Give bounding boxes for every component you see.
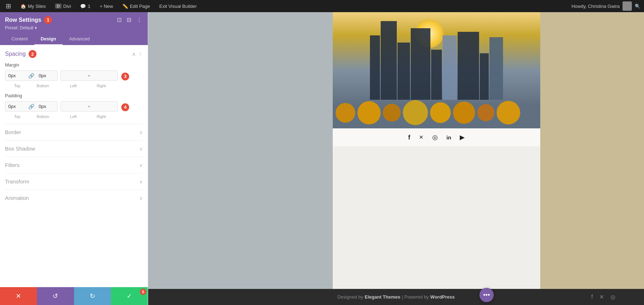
tab-advanced[interactable]: Advanced <box>63 33 96 45</box>
my-sites-label: My Sites <box>28 4 46 9</box>
admin-bar: ⊞ 🏠 My Sites D Divi 💬 1 + New ✏️ Edit Pa… <box>0 0 644 12</box>
tan-panel <box>540 12 644 289</box>
box-shadow-section[interactable]: Box Shadow ∨ <box>5 140 143 157</box>
building-4 <box>411 28 430 100</box>
fab-button[interactable]: ••• <box>479 288 494 302</box>
spacing-title-row: Spacing 2 <box>5 50 36 58</box>
divi-btn[interactable]: D Divi <box>53 0 73 12</box>
filters-section[interactable]: Filters ∨ <box>5 157 143 173</box>
padding-bottom-label: Bottom <box>29 114 57 119</box>
wp-icon: ⊞ <box>6 2 11 10</box>
edit-page-label: Edit Page <box>130 4 150 9</box>
building-2 <box>381 21 397 100</box>
building-1 <box>370 35 380 100</box>
footer-wordpress[interactable]: WordPress <box>430 294 455 300</box>
filters-chevron-icon: ∨ <box>139 162 143 168</box>
padding-label: Padding <box>5 93 143 98</box>
animation-title: Animation <box>5 195 29 201</box>
tree-2 <box>357 101 381 124</box>
gray-panel <box>148 12 333 289</box>
search-icon[interactable]: 🔍 <box>635 4 640 9</box>
building-8 <box>480 53 489 100</box>
panel-menu-icon[interactable]: ⋮ <box>136 16 143 24</box>
comments-count: 1 <box>88 4 90 9</box>
box-shadow-title: Box Shadow <box>5 146 35 152</box>
margin-labels: Top Bottom Left Right <box>5 84 143 88</box>
padding-bottom-input[interactable] <box>36 102 57 111</box>
tree-1 <box>336 103 355 123</box>
social-instagram-icon[interactable]: ◎ <box>432 133 438 141</box>
preview-social-bar: f ✕ ◎ in ▶ <box>333 128 540 146</box>
save-icon: ✓ <box>127 292 132 300</box>
border-section[interactable]: Border ∨ <box>5 124 143 140</box>
animation-chevron-icon: ∨ <box>139 195 143 201</box>
margin-right-input[interactable] <box>92 71 117 80</box>
margin-right-label: Right <box>87 84 115 88</box>
undo-button[interactable]: ↺ <box>37 287 74 305</box>
border-title: Border <box>5 129 21 135</box>
tree-8 <box>497 101 520 124</box>
social-facebook-icon[interactable]: f <box>408 134 410 141</box>
save-button[interactable]: ✓ 5 <box>111 287 148 305</box>
tree-6 <box>453 102 475 124</box>
social-linkedin-icon[interactable]: in <box>447 134 451 141</box>
footer-twitter-icon[interactable]: ✕ <box>599 294 604 300</box>
cancel-button[interactable]: ✕ <box>0 287 37 305</box>
step5-badge: 5 <box>140 289 146 295</box>
spacing-section-header: Spacing 2 ∧ ⋮ <box>5 50 143 58</box>
animation-section[interactable]: Animation ∨ <box>5 190 143 206</box>
new-label: + New <box>100 4 113 9</box>
comments-btn[interactable]: 💬 1 <box>78 0 92 12</box>
buildings-layer <box>370 21 503 100</box>
padding-link-icon[interactable]: 🔗 <box>27 104 36 109</box>
margin-inputs: 🔗 ⚭ <box>5 70 118 81</box>
panel-body: Spacing 2 ∧ ⋮ Margin 🔗 <box>0 45 148 287</box>
footer-elegant-themes[interactable]: Elegant Themes <box>365 294 400 300</box>
panel-header: Row Settings 1 ⊡ ⊟ ⋮ Preset: Default ▾ C… <box>0 12 148 45</box>
padding-unlink-icon[interactable]: ⚭ <box>86 104 92 109</box>
wp-logo-btn[interactable]: ⊞ <box>4 0 13 12</box>
step1-badge: 1 <box>44 16 52 24</box>
margin-link-icon[interactable]: 🔗 <box>27 73 36 79</box>
spacing-more-btn[interactable]: ⋮ <box>138 51 143 57</box>
undo-icon: ↺ <box>53 292 58 300</box>
social-twitter-icon[interactable]: ✕ <box>419 134 424 141</box>
transform-section[interactable]: Transform ∨ <box>5 173 143 190</box>
site-footer: Designed by Elegant Themes | Powered by … <box>148 289 644 305</box>
footer-instagram-icon[interactable]: ◎ <box>610 294 615 300</box>
panel-preset: Preset: Default ▾ <box>5 25 143 30</box>
padding-left-label: Left <box>59 114 87 119</box>
main-layout: Row Settings 1 ⊡ ⊟ ⋮ Preset: Default ▾ C… <box>0 12 644 305</box>
edit-page-btn[interactable]: ✏️ Edit Page <box>120 0 152 12</box>
padding-top-input[interactable] <box>5 102 27 111</box>
redo-button[interactable]: ↻ <box>74 287 111 305</box>
margin-bottom-input[interactable] <box>36 71 57 80</box>
panel-layout-icon[interactable]: ⊟ <box>126 16 132 24</box>
footer-designed-by: Designed by <box>337 294 363 300</box>
tree-3 <box>383 104 401 122</box>
exit-builder-btn[interactable]: Exit Visual Builder <box>157 0 199 12</box>
padding-inputs: 🔗 ⚭ <box>5 101 118 112</box>
panel-close-icon[interactable]: ⊡ <box>116 16 122 24</box>
left-panel: Row Settings 1 ⊡ ⊟ ⋮ Preset: Default ▾ C… <box>0 12 148 305</box>
margin-left-label: Left <box>59 84 87 88</box>
tab-content[interactable]: Content <box>5 33 34 45</box>
spacing-collapse-btn[interactable]: ∧ <box>132 51 136 57</box>
new-btn[interactable]: + New <box>98 0 115 12</box>
margin-unlink-icon[interactable]: ⚭ <box>86 73 92 78</box>
preview-area: f ✕ ◎ in ▶ <box>333 12 540 289</box>
margin-top-input[interactable] <box>5 71 27 80</box>
my-sites-btn[interactable]: 🏠 My Sites <box>18 0 48 12</box>
tab-design[interactable]: Design <box>34 33 63 45</box>
panel-title-icons: ⊡ ⊟ ⋮ <box>116 16 143 24</box>
social-youtube-icon[interactable]: ▶ <box>460 133 465 141</box>
margin-left-input[interactable] <box>61 71 86 80</box>
padding-right-input[interactable] <box>92 102 117 111</box>
spacing-controls: ∧ ⋮ <box>132 51 143 57</box>
footer-facebook-icon[interactable]: f <box>591 294 593 300</box>
admin-bar-right: Howdy, Christina Gwira 🔍 <box>571 1 640 11</box>
padding-left-input[interactable] <box>61 102 86 111</box>
transform-chevron-icon: ∨ <box>139 179 143 185</box>
margin-linked-group: 🔗 <box>5 70 58 81</box>
right-content: f ✕ ◎ in ▶ Designed by Elegant Themes | … <box>148 12 644 305</box>
